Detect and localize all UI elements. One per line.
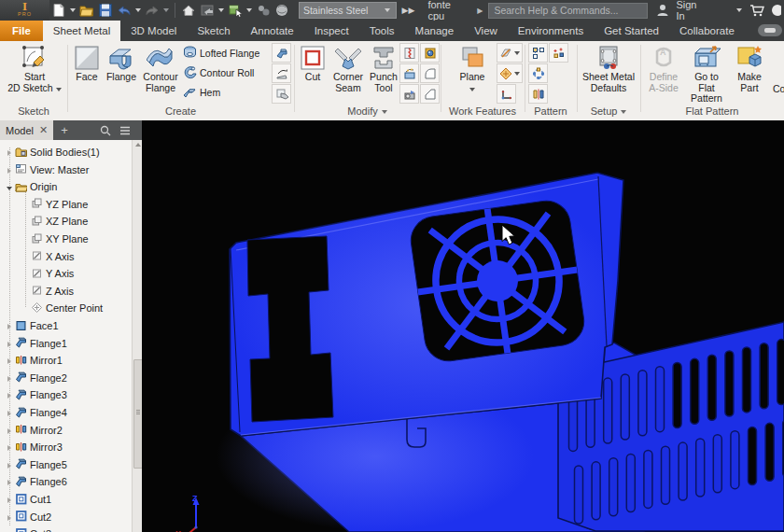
tree-item-flange1[interactable]: Flange1 <box>5 335 67 352</box>
expander-icon[interactable] <box>5 389 14 400</box>
scroll-up-icon[interactable] <box>135 143 141 147</box>
start-2d-sketch-button[interactable]: Start2D Sketch <box>6 43 63 103</box>
tree-item-xz-plane[interactable]: XZ Plane <box>21 213 88 230</box>
select-caret[interactable] <box>246 8 252 12</box>
tree-item-xy-plane[interactable]: XY Plane <box>21 231 89 247</box>
work-axis-button[interactable] <box>497 43 523 63</box>
save-icon[interactable] <box>98 3 113 18</box>
tree-item-center-point[interactable]: Center Point <box>21 300 103 316</box>
plane-button[interactable]: Plane <box>454 43 491 103</box>
expander-icon[interactable] <box>5 181 14 192</box>
corner-chamfer-button[interactable] <box>420 84 440 104</box>
undo-icon[interactable] <box>117 3 132 18</box>
new-file-icon[interactable] <box>51 3 66 18</box>
view-back-caret[interactable] <box>218 8 224 12</box>
tree-item-mirror3[interactable]: Mirror3 <box>5 439 63 455</box>
ribbon-tab-tools[interactable]: Tools <box>359 21 405 41</box>
work-point-button[interactable] <box>497 63 523 83</box>
browser-search-icon[interactable] <box>100 125 111 136</box>
expander-icon[interactable] <box>5 320 14 331</box>
ribbon-tab-manage[interactable]: Manage <box>405 21 465 41</box>
expander-icon[interactable] <box>5 494 14 505</box>
tree-item-flange3[interactable]: Flange3 <box>5 386 67 403</box>
face-button[interactable]: Face <box>71 43 103 103</box>
tree-item-mirror1[interactable]: Mirror1 <box>5 352 63 369</box>
circular-pattern-button[interactable] <box>528 63 548 83</box>
tree-item-face1[interactable]: Face1 <box>5 317 59 334</box>
expander-icon[interactable] <box>5 441 14 453</box>
expander-icon[interactable] <box>5 528 14 532</box>
open-icon[interactable] <box>79 3 94 18</box>
cut-button[interactable]: Cut <box>297 43 329 103</box>
unfold-button[interactable] <box>399 63 419 83</box>
home-icon[interactable] <box>181 3 196 18</box>
define-a-side-button[interactable]: A DefineA-Side <box>644 43 683 103</box>
browser-add-tab-icon[interactable]: + <box>61 123 68 137</box>
redo-caret[interactable] <box>163 8 169 12</box>
modify-panel-caret[interactable] <box>382 110 387 114</box>
corner-round-button[interactable] <box>420 63 440 83</box>
ribbon-tab-sheet-metal[interactable]: Sheet Metal <box>43 21 120 41</box>
thicken-button[interactable] <box>420 43 440 63</box>
bend-button[interactable] <box>272 43 291 63</box>
expander-icon[interactable] <box>5 338 14 349</box>
contour-roll-button[interactable]: Contour Roll <box>183 64 269 80</box>
expander-icon[interactable] <box>5 511 14 523</box>
expander-icon[interactable] <box>5 147 14 158</box>
ribbon-tab-file[interactable]: File <box>0 21 43 41</box>
sign-in-button[interactable]: Sign In <box>676 0 706 21</box>
tree-item-z-axis[interactable]: Z Axis <box>21 283 74 300</box>
tree-item-yz-plane[interactable]: YZ Plane <box>21 196 88 213</box>
ribbon-tab-collaborate[interactable]: Collaborate <box>669 21 745 41</box>
tree-item-solid-bodies-1-[interactable]: Solid Bodies(1) <box>5 144 100 161</box>
expander-icon[interactable] <box>5 164 14 175</box>
tree-item-flange2[interactable]: Flange2 <box>5 370 67 386</box>
search-input[interactable] <box>488 3 648 19</box>
appearance-icon[interactable] <box>256 3 271 18</box>
signin-caret[interactable] <box>736 8 742 12</box>
contour-flange-button[interactable]: ContourFlange <box>140 43 181 103</box>
search-expand-icon[interactable]: ▶ <box>477 7 483 15</box>
undo-caret[interactable] <box>135 8 141 12</box>
tree-item-mirror2[interactable]: Mirror2 <box>5 422 63 439</box>
goto-flat-pattern-button[interactable]: Go toFlat Pattern <box>685 43 728 103</box>
tree-item-cut2[interactable]: Cut2 <box>5 509 51 525</box>
expander-icon[interactable] <box>5 355 14 366</box>
user-icon[interactable] <box>655 3 670 18</box>
tree-item-view-master[interactable]: View: Master <box>5 161 89 178</box>
material-select[interactable]: Stainless Steel <box>299 2 397 19</box>
ucs-button[interactable] <box>497 84 516 104</box>
ribbon-tab-view[interactable]: View <box>464 21 508 41</box>
browser-tab-model[interactable]: Model ✕ <box>0 120 53 140</box>
tree-item-flange4[interactable]: Flange4 <box>5 404 67 421</box>
flange-button[interactable]: Flange <box>105 43 138 103</box>
sketch-driven-pattern-button[interactable] <box>549 43 568 63</box>
ribbon-tab-sketch[interactable]: Sketch <box>187 21 240 41</box>
ribbon-tab-annotate[interactable]: Annotate <box>241 21 304 41</box>
material-icon[interactable] <box>274 3 289 18</box>
view-back-icon[interactable] <box>200 3 215 18</box>
fold-button[interactable] <box>272 63 291 83</box>
help-icon[interactable] <box>768 3 782 18</box>
tree-item-y-axis[interactable]: Y Axis <box>21 265 74 282</box>
ribbon-tab-inspect[interactable]: Inspect <box>304 21 359 41</box>
tree-item-x-axis[interactable]: X Axis <box>21 248 75 265</box>
ribbon-tab-environments[interactable]: Environments <box>508 21 594 41</box>
derive-button[interactable] <box>272 84 291 104</box>
truncated-button[interactable]: Co <box>773 80 784 96</box>
mirror-button[interactable] <box>528 84 548 104</box>
lofted-flange-button[interactable]: Lofted Flange <box>183 45 269 61</box>
expander-icon[interactable] <box>5 459 14 470</box>
ribbon-tab-3d-model[interactable]: 3D Model <box>120 21 187 41</box>
expander-icon[interactable] <box>5 372 14 384</box>
tree-item-flange5[interactable]: Flange5 <box>5 456 67 473</box>
3d-viewport[interactable]: Z X <box>142 120 784 532</box>
new-file-caret[interactable] <box>70 8 76 12</box>
redo-icon[interactable] <box>145 3 160 18</box>
browser-tab-close-icon[interactable]: ✕ <box>39 124 48 136</box>
corner-seam-button[interactable]: CornerSeam <box>330 43 366 103</box>
presentation-mode-icon[interactable] <box>758 24 782 36</box>
select-icon[interactable] <box>228 3 243 18</box>
tree-item-cut1[interactable]: Cut1 <box>5 491 51 508</box>
punch-tool-button[interactable]: PunchTool <box>368 43 399 103</box>
